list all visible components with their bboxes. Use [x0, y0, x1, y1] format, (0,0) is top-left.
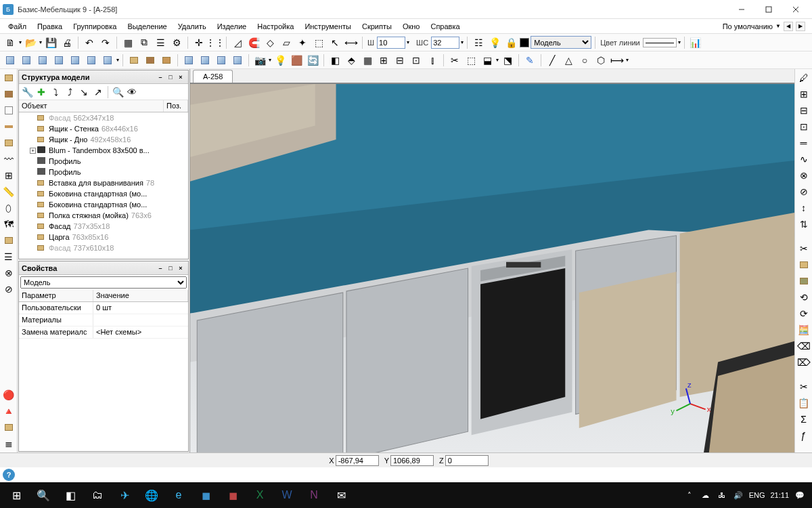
- menu-tools[interactable]: Инструменты: [299, 21, 357, 32]
- split-button[interactable]: ⫿: [425, 53, 440, 68]
- angle-button[interactable]: △: [561, 53, 576, 68]
- circle-button[interactable]: ○: [577, 53, 592, 68]
- r-icon-4[interactable]: ⊡: [796, 119, 811, 134]
- st-branch3-icon[interactable]: ↘: [77, 85, 91, 99]
- array-button[interactable]: ▦: [360, 53, 375, 68]
- layout-preset-combo[interactable]: По умолчанию ▼ ◀ ▶: [723, 22, 809, 31]
- view-front-button[interactable]: [19, 53, 34, 68]
- view-more-button[interactable]: [100, 53, 115, 68]
- properties-grid[interactable]: Пользовательски0 штМатериалыЗамена матер…: [19, 302, 188, 339]
- prop-row[interactable]: Пользовательски0 шт: [19, 302, 188, 314]
- menu-product[interactable]: Изделие: [212, 21, 252, 32]
- coord-z-input[interactable]: [445, 455, 489, 466]
- preset-next-button[interactable]: ▶: [796, 22, 805, 31]
- r-icon-10[interactable]: ⇅: [796, 217, 811, 232]
- tool-x1-icon[interactable]: ⊗: [1, 266, 16, 280]
- tree-row[interactable]: Вставка для выравнивания78: [19, 177, 188, 188]
- task-telegram[interactable]: ✈: [111, 482, 138, 508]
- tool-grid-icon[interactable]: ⊞: [1, 168, 16, 183]
- camera-button[interactable]: 📷: [252, 53, 267, 68]
- r-icon-7[interactable]: ⊗: [796, 168, 811, 183]
- distr-button[interactable]: ⊟: [392, 53, 407, 68]
- task-onenote[interactable]: N: [300, 482, 328, 508]
- tray-cloud-icon[interactable]: ☁: [700, 490, 711, 501]
- save-button[interactable]: 💾: [43, 35, 58, 50]
- snap2-button[interactable]: ◇: [263, 35, 277, 50]
- list-button[interactable]: ☰: [153, 35, 168, 50]
- maximize-button[interactable]: [755, 0, 782, 19]
- tool-tube-icon[interactable]: ⬯: [1, 200, 16, 215]
- structure-tree[interactable]: Фасад562x347x18Ящик - Стенка68x446x16Ящи…: [19, 112, 188, 259]
- tool-solid-icon[interactable]: [1, 420, 16, 435]
- shade2-button[interactable]: [198, 53, 212, 68]
- r-icon-3[interactable]: ⊟: [796, 103, 811, 118]
- mirror-v-button[interactable]: ⬘: [344, 53, 359, 68]
- tray-up-icon[interactable]: ˄: [684, 490, 695, 501]
- shade4-button[interactable]: [230, 53, 245, 68]
- tree-row[interactable]: Боковина стандартная (мо...: [19, 199, 188, 210]
- view-iso-button[interactable]: [3, 53, 18, 68]
- minimize-button[interactable]: [728, 0, 755, 19]
- tool-board-icon[interactable]: [1, 87, 16, 102]
- menu-settings[interactable]: Настройка: [252, 21, 299, 32]
- material1-button[interactable]: [127, 53, 141, 68]
- r-icon-5[interactable]: ═: [796, 135, 811, 150]
- coord-y-input[interactable]: [390, 455, 434, 466]
- menu-select[interactable]: Выделение: [122, 21, 172, 32]
- sect2-button[interactable]: ⬚: [464, 53, 478, 68]
- col-pos[interactable]: Поз.: [164, 100, 188, 112]
- r-func-icon[interactable]: ƒ: [796, 428, 811, 443]
- shade3-button[interactable]: [214, 53, 229, 68]
- tree-row[interactable]: Боковина стандартная (мо...: [19, 188, 188, 199]
- st-branch2-icon[interactable]: ⤴: [63, 85, 76, 99]
- task-explorer[interactable]: 🗂: [84, 482, 111, 508]
- refresh-button[interactable]: 🔄: [305, 53, 320, 68]
- menu-file[interactable]: Файл: [3, 21, 32, 32]
- layer-button[interactable]: ▦: [120, 35, 135, 50]
- search-button[interactable]: 🔍: [30, 482, 57, 508]
- model-select[interactable]: Модель: [531, 36, 591, 49]
- tray-net-icon[interactable]: 🖧: [717, 490, 727, 501]
- light-button[interactable]: 💡: [273, 53, 288, 68]
- draw-freehand-button[interactable]: ✎: [522, 53, 537, 68]
- tree-row[interactable]: Ящик - Стенка68x446x16: [19, 123, 188, 134]
- preset-prev-button[interactable]: ◀: [784, 22, 793, 31]
- r-icon-13[interactable]: [796, 274, 811, 289]
- mirror-h-button[interactable]: ◧: [328, 53, 342, 68]
- chart-button[interactable]: 📊: [688, 35, 703, 50]
- tree-row[interactable]: Профиль: [19, 156, 188, 167]
- col-value[interactable]: Значение: [93, 290, 188, 301]
- task-app1[interactable]: ◼: [192, 482, 219, 508]
- lock-button[interactable]: 🔒: [503, 35, 518, 50]
- menu-window[interactable]: Окно: [397, 21, 426, 32]
- coord-x-input[interactable]: [336, 455, 379, 466]
- r-icon-8[interactable]: ⊘: [796, 184, 811, 199]
- gear-button[interactable]: ⚙: [169, 35, 184, 50]
- line-preview[interactable]: [643, 38, 677, 47]
- tray-clock[interactable]: 21:11: [770, 492, 789, 499]
- tray-lang[interactable]: ENG: [749, 491, 765, 499]
- hex-button[interactable]: ⬡: [593, 53, 608, 68]
- tool-block-icon[interactable]: [1, 233, 16, 248]
- tool-cone-icon[interactable]: 🔺: [1, 404, 16, 419]
- view-top-button[interactable]: [35, 53, 50, 68]
- r-icon-17[interactable]: ⌫: [796, 339, 811, 354]
- panel-minimize-icon[interactable]: –: [156, 263, 165, 273]
- r-icon-9[interactable]: ↕: [796, 200, 811, 215]
- group-button[interactable]: ⧉: [137, 35, 152, 50]
- sect3-button[interactable]: ⬓: [480, 53, 495, 68]
- tree-row[interactable]: Фасад737x610x18: [19, 242, 188, 253]
- color-swatch[interactable]: [520, 38, 529, 47]
- tool-layers-icon[interactable]: ☰: [1, 249, 16, 264]
- st-branch4-icon[interactable]: ↗: [91, 85, 105, 99]
- r-icon-16[interactable]: 🧮: [796, 322, 811, 337]
- panel-close-icon[interactable]: ×: [176, 263, 185, 273]
- tool-curve-icon[interactable]: 〰: [1, 152, 16, 167]
- width-input[interactable]: [377, 37, 405, 49]
- dim-button[interactable]: ⟷: [344, 35, 359, 50]
- tree-row[interactable]: Фасад562x347x18: [19, 112, 188, 123]
- new-button[interactable]: 🗎: [3, 35, 18, 50]
- section-button[interactable]: ✂: [447, 53, 462, 68]
- st-eye-icon[interactable]: 👁: [125, 85, 139, 99]
- tree-row[interactable]: Полка стяжная (мойка)763x6: [19, 210, 188, 221]
